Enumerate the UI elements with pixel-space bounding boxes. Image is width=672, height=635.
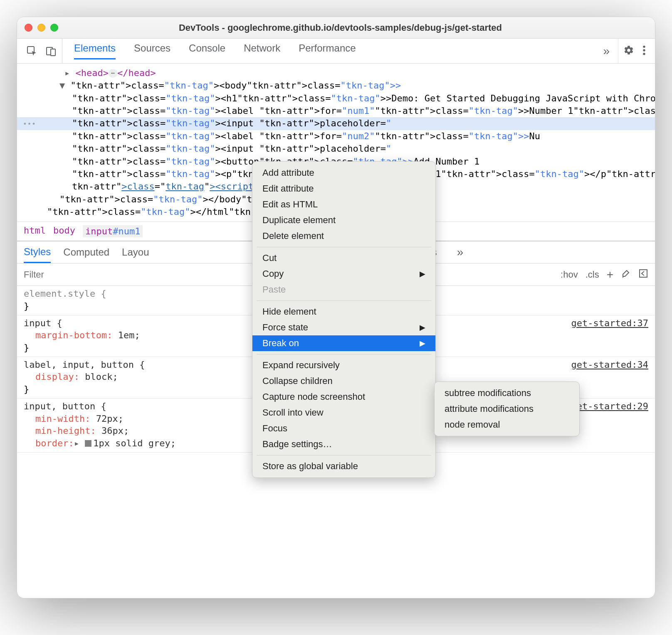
minimize-window-button[interactable]: [37, 24, 45, 32]
tab-console[interactable]: Console: [189, 42, 225, 59]
ctx-item-add-attribute[interactable]: Add attribute: [252, 165, 435, 181]
ctx-item-force-state[interactable]: Force state▶: [252, 320, 435, 335]
tab-sources[interactable]: Sources: [134, 42, 170, 59]
dom-line[interactable]: "tkn-attr">class="tkn-tag"><input "tkn-a…: [17, 143, 655, 155]
ctx-item-scroll-into-view[interactable]: Scroll into view: [252, 405, 435, 421]
subtab-layou[interactable]: Layou: [122, 246, 149, 262]
ctx-item-cut[interactable]: Cut: [252, 250, 435, 266]
svg-rect-2: [51, 49, 55, 56]
traffic-lights: [25, 24, 58, 32]
context-menu: Add attributeEdit attributeEdit as HTMLD…: [252, 161, 436, 478]
breadcrumb-item[interactable]: input#num1: [83, 225, 143, 237]
dom-line[interactable]: "tkn-attr">class="tkn-tag"><label "tkn-a…: [17, 105, 655, 117]
ctx-item-focus[interactable]: Focus: [252, 421, 435, 436]
svg-point-3: [643, 45, 645, 47]
ctx-item-capture-node-screenshot[interactable]: Capture node screenshot: [252, 389, 435, 405]
dom-line[interactable]: ▼ "tkn-attr">class="tkn-tag"><body"tkn-a…: [17, 79, 655, 92]
svg-point-4: [643, 49, 645, 51]
chevron-right-icon: ▶: [420, 269, 425, 278]
ctx-item-break-on[interactable]: Break on▶: [252, 335, 435, 351]
titlebar: DevTools - googlechrome.github.io/devtoo…: [17, 17, 655, 39]
kebab-menu-icon[interactable]: [642, 45, 646, 57]
inspect-element-icon[interactable]: [26, 45, 38, 57]
ctx-item-expand-recursively[interactable]: Expand recursively: [252, 357, 435, 373]
ctx-subitem-attribute-modifications[interactable]: attribute modifications: [435, 401, 579, 417]
maximize-window-button[interactable]: [50, 24, 58, 32]
ctx-item-paste: Paste: [252, 282, 435, 298]
new-style-rule-icon[interactable]: +: [607, 268, 613, 281]
ctx-item-edit-attribute[interactable]: Edit attribute: [252, 181, 435, 197]
ctx-item-edit-as-html[interactable]: Edit as HTML: [252, 197, 435, 212]
breadcrumb-item[interactable]: html: [24, 225, 46, 237]
main-toolbar: ElementsSourcesConsoleNetworkPerformance…: [17, 39, 655, 64]
svg-point-5: [643, 52, 645, 54]
tabs-overflow-icon[interactable]: »: [595, 44, 618, 58]
chevron-right-icon: ▶: [420, 323, 425, 332]
close-window-button[interactable]: [25, 24, 32, 32]
tab-performance[interactable]: Performance: [299, 42, 356, 59]
breadcrumb-item[interactable]: body: [53, 225, 75, 237]
style-source-link[interactable]: get-started:37: [571, 317, 648, 330]
dom-line[interactable]: "tkn-attr">class="tkn-tag"><label "tkn-a…: [17, 130, 655, 143]
subtab-styles[interactable]: Styles: [24, 246, 51, 263]
ctx-item-hide-element[interactable]: Hide element: [252, 304, 435, 320]
ctx-item-badge-settings[interactable]: Badge settings…: [252, 436, 435, 452]
ctx-subitem-node-removal[interactable]: node removal: [435, 417, 579, 433]
tab-network[interactable]: Network: [244, 42, 280, 59]
subtab-computed[interactable]: Computed: [63, 246, 109, 262]
style-source-link[interactable]: get-started:34: [571, 359, 648, 371]
tab-elements[interactable]: Elements: [74, 42, 116, 59]
style-source-link[interactable]: get-started:29: [571, 400, 648, 413]
dom-line[interactable]: •••"tkn-attr">class="tkn-tag"><input "tk…: [17, 117, 655, 130]
gear-icon[interactable]: [623, 45, 634, 57]
computed-toggle-icon[interactable]: [638, 268, 648, 281]
cls-chip[interactable]: .cls: [586, 269, 599, 280]
ctx-item-duplicate-element[interactable]: Duplicate element: [252, 212, 435, 228]
paintbrush-icon[interactable]: [621, 268, 631, 281]
dom-line[interactable]: ▸ <head>⋯</head>: [17, 67, 655, 79]
dom-line[interactable]: "tkn-attr">class="tkn-tag"><h1"tkn-attr"…: [17, 92, 655, 105]
svg-rect-6: [640, 270, 647, 277]
ctx-item-copy[interactable]: Copy▶: [252, 266, 435, 282]
ctx-subitem-subtree-modifications[interactable]: subtree modifications: [435, 385, 579, 401]
break-on-submenu: subtree modificationsattribute modificat…: [434, 381, 580, 436]
ctx-item-delete-element[interactable]: Delete element: [252, 228, 435, 244]
window-title: DevTools - googlechrome.github.io/devtoo…: [71, 22, 647, 33]
subtabs-overflow-icon[interactable]: »: [450, 246, 464, 263]
chevron-right-icon: ▶: [420, 339, 425, 348]
device-toggle-icon[interactable]: [45, 45, 57, 57]
ctx-item-store-as-global-variable[interactable]: Store as global variable: [252, 458, 435, 474]
hov-chip[interactable]: :hov: [561, 269, 578, 280]
ctx-item-collapse-children[interactable]: Collapse children: [252, 373, 435, 389]
main-tabs: ElementsSourcesConsoleNetworkPerformance: [67, 42, 595, 59]
